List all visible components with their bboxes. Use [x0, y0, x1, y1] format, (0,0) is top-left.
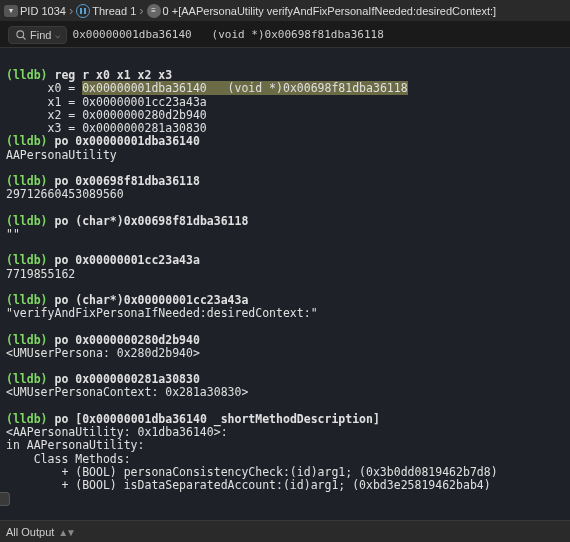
lldb-prompt: (lldb): [6, 134, 48, 148]
lldb-prompt: (lldb): [6, 214, 48, 228]
lldb-prompt: (lldb): [6, 372, 48, 386]
console-line: x3 = 0x0000000281a30830: [6, 121, 207, 135]
search-icon: [15, 29, 27, 41]
console-cmd: po [0x00000001dba36140 _shortMethodDescr…: [54, 412, 379, 426]
chevron-right-icon: ›: [139, 3, 143, 18]
find-scope-button[interactable]: Find ⌵: [8, 26, 67, 44]
console-line: <UMUserPersonaContext: 0x281a30830>: [6, 385, 248, 399]
debug-console[interactable]: (lldb) reg r x0 x1 x2 x3 x0 = 0x00000001…: [0, 48, 570, 520]
console-cmd: po 0x0000000281a30830: [54, 372, 199, 386]
up-down-icon: ▲▼: [57, 527, 74, 538]
lldb-prompt: (lldb): [6, 293, 48, 307]
process-icon: ▾: [4, 5, 18, 17]
console-line: + (BOOL) isDataSeparatedAccount:(id)arg1…: [6, 478, 491, 492]
console-line: "": [6, 227, 20, 241]
console-cmd: po (char*)0x00000001cc23a43a: [54, 293, 248, 307]
console-line: x1 = 0x00000001cc23a43a: [6, 95, 207, 109]
panel-resize-handle[interactable]: [0, 492, 10, 506]
console-line: 29712660453089560: [6, 187, 124, 201]
bc-pid[interactable]: PID 1034: [20, 5, 66, 17]
pause-icon: [76, 4, 90, 18]
console-line: x2 = 0x0000000280d2b940: [6, 108, 207, 122]
console-cmd: reg r x0 x1 x2 x3: [54, 68, 172, 82]
bc-thread[interactable]: Thread 1: [92, 5, 136, 17]
console-cmd: po 0x0000000280d2b940: [54, 333, 199, 347]
search-highlight: 0x00000001dba36140 (void *)0x00698f81dba…: [82, 81, 407, 95]
svg-point-0: [17, 30, 24, 37]
breadcrumb: ▾ PID 1034 › Thread 1 › ≡ 0 +[AAPersonaU…: [0, 0, 570, 22]
lldb-prompt: (lldb): [6, 253, 48, 267]
console-cmd: po (char*)0x00698f81dba36118: [54, 214, 248, 228]
lldb-prompt: (lldb): [6, 412, 48, 426]
output-selector[interactable]: All Output ▲▼: [6, 526, 74, 538]
console-line: <AAPersonaUtility: 0x1dba36140>:: [6, 425, 228, 439]
console-cmd: po 0x00698f81dba36118: [54, 174, 199, 188]
console-line: <UMUserPersona: 0x280d2b940>: [6, 346, 200, 360]
lldb-prompt: (lldb): [6, 68, 48, 82]
console-line: 7719855162: [6, 267, 75, 281]
console-line: x0 =: [6, 81, 82, 95]
find-label: Find: [30, 29, 51, 41]
lldb-prompt: (lldb): [6, 174, 48, 188]
output-selector-label: All Output: [6, 526, 54, 538]
console-line: "verifyAndFixPersonaIfNeeded:desiredCont…: [6, 306, 318, 320]
console-line: + (BOOL) personaConsistencyCheck:(id)arg…: [6, 465, 498, 479]
console-line: in AAPersonaUtility:: [6, 438, 144, 452]
lldb-prompt: (lldb): [6, 333, 48, 347]
chevron-down-icon: ⌵: [55, 30, 60, 40]
chevron-right-icon: ›: [69, 3, 73, 18]
svg-line-1: [23, 36, 26, 39]
stackframe-icon: ≡: [147, 4, 161, 18]
console-cmd: po 0x00000001cc23a43a: [54, 253, 199, 267]
find-bar: Find ⌵: [0, 22, 570, 48]
console-filter-bar: All Output ▲▼: [0, 520, 570, 542]
console-line: Class Methods:: [6, 452, 131, 466]
bc-frame[interactable]: 0 +[AAPersonaUtility verifyAndFixPersona…: [163, 5, 497, 17]
console-cmd: po 0x00000001dba36140: [54, 134, 199, 148]
find-input[interactable]: [73, 28, 562, 41]
console-line: AAPersonaUtility: [6, 148, 117, 162]
